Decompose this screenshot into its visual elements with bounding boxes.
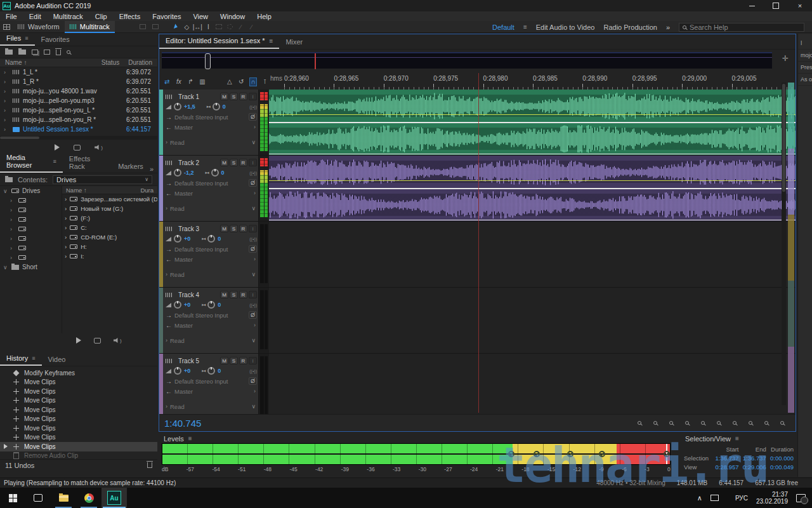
drive-row[interactable]: › CD-ROM (E:)	[62, 232, 157, 242]
volume-knob[interactable]	[174, 367, 181, 375]
drive-row[interactable]: › I:	[62, 251, 157, 261]
side-panel-item[interactable]: Pres	[798, 62, 812, 74]
notification-center-icon[interactable]	[796, 494, 806, 502]
automation-mode[interactable]: Read	[170, 403, 185, 410]
rewind-button[interactable]	[416, 418, 427, 428]
track-name[interactable]: Track 4	[178, 291, 199, 298]
track-clip-lane[interactable]	[269, 90, 796, 155]
minimize-button[interactable]	[740, 0, 764, 11]
workspace-overflow[interactable]: »	[666, 23, 670, 31]
collapsed-side-panel[interactable]: ǀ mojoPresAs op	[797, 34, 812, 477]
track-header[interactable]: Track 5 M S R I +0 ▸◂	[163, 354, 258, 415]
panel-menu-icon[interactable]: ≡	[270, 37, 273, 44]
side-panel-item[interactable]: As op	[798, 74, 812, 86]
monitor-input-button[interactable]: I	[249, 159, 257, 166]
pause-button[interactable]	[383, 418, 394, 428]
loop-preview-icon[interactable]	[94, 338, 101, 344]
expand-chevron-icon[interactable]: ›	[4, 79, 13, 85]
pan-value[interactable]: 0	[218, 302, 221, 308]
automation-mode[interactable]: Read	[170, 271, 185, 278]
history-item[interactable]: Move Clips	[0, 396, 157, 406]
phase-button[interactable]: Ø	[249, 113, 257, 121]
volume-knob[interactable]	[174, 301, 181, 309]
expand-chevron-icon[interactable]: ›	[166, 337, 167, 344]
history-item[interactable]: Move Clips	[0, 387, 157, 396]
menu-item[interactable]: Effects	[119, 13, 140, 20]
track-output[interactable]: Master	[174, 388, 193, 395]
monitor-input-button[interactable]: I	[249, 357, 257, 364]
lasso-selection-tool-icon[interactable]	[225, 22, 235, 32]
close-button[interactable]: ×	[788, 0, 812, 11]
zoom-history[interactable]	[762, 418, 771, 427]
start-button[interactable]	[0, 488, 25, 508]
tree-drive-item[interactable]: ›	[0, 205, 62, 215]
tree-drive-item[interactable]: ›	[0, 234, 62, 243]
import-media-icon[interactable]	[5, 177, 13, 182]
track-output[interactable]: Master	[174, 256, 193, 263]
close-file-icon[interactable]	[56, 50, 61, 55]
zoom-out-time[interactable]	[651, 418, 660, 427]
open-file-icon[interactable]	[5, 50, 13, 55]
mute-button[interactable]: M	[220, 291, 228, 298]
expand-chevron-icon[interactable]: ›	[4, 69, 13, 76]
mute-button[interactable]: M	[220, 357, 228, 364]
history-item[interactable]: Move Clips	[0, 424, 157, 433]
monitor-input-button[interactable]: I	[249, 225, 257, 232]
tree-root-drives[interactable]: ∨ Drives	[0, 186, 62, 196]
duration-value[interactable]: 0:00.000	[766, 455, 794, 462]
pan-value[interactable]: 0	[218, 236, 221, 242]
play-button[interactable]	[366, 418, 377, 428]
loop-playback-button[interactable]	[481, 418, 493, 428]
tree-drive-item[interactable]: ›	[0, 224, 62, 234]
import-file-icon[interactable]	[18, 50, 26, 55]
waveform-view-button[interactable]: Waveform	[13, 21, 65, 33]
track-name[interactable]: Track 1	[178, 93, 199, 100]
search-help-input[interactable]: Search Help	[679, 23, 804, 32]
workspace-menu-icon[interactable]: ≡	[523, 23, 527, 30]
panel-menu-icon[interactable]: ≡	[25, 35, 28, 41]
marquee-selection-tool-icon[interactable]	[214, 22, 225, 32]
phase-button[interactable]: Ø	[249, 311, 257, 319]
metronome-icon[interactable]: △	[226, 77, 234, 86]
menu-item[interactable]: File	[6, 13, 17, 20]
volume-value[interactable]: -1,2	[184, 170, 194, 176]
track-clip-lane[interactable]	[269, 156, 796, 221]
tab-history[interactable]: History≡	[0, 352, 42, 366]
workspace-edit-audio-to-video[interactable]: Edit Audio to Video	[536, 23, 595, 31]
zoom-navigator[interactable]	[162, 52, 772, 69]
track-header[interactable]: Track 1 M S R I +1,5 ▸	[163, 90, 258, 155]
maximize-button[interactable]	[764, 0, 788, 11]
tabs-overflow[interactable]: »	[150, 165, 157, 173]
zoom-to-selection[interactable]	[746, 418, 755, 427]
expand-chevron-icon[interactable]: ›	[166, 403, 167, 410]
solo-button[interactable]: S	[230, 291, 238, 298]
1_R *[interactable]: › 1_R * 6:39.072	[0, 77, 157, 86]
navigator-handle[interactable]	[205, 53, 211, 69]
history-item[interactable]: Remove Audio Clip	[0, 451, 157, 460]
monitor-input-button[interactable]: I	[249, 93, 257, 100]
zoom-in-selection[interactable]	[667, 418, 676, 427]
zoom-out-selection[interactable]	[683, 418, 691, 427]
track-input[interactable]: Default Stereo Input	[174, 246, 228, 253]
skip-to-start-button[interactable]	[399, 418, 410, 428]
expand-chevron-icon[interactable]: ›	[4, 117, 13, 123]
pitch-display-icon[interactable]	[150, 22, 160, 31]
skip-selection-icon[interactable]: ↺	[237, 77, 246, 86]
volume-value[interactable]: +0	[184, 236, 190, 242]
snapping-icon[interactable]: ⇄	[163, 77, 171, 86]
menu-item[interactable]: Favorites	[152, 13, 181, 20]
automation-mode[interactable]: Read	[170, 205, 185, 212]
tree-drive-item[interactable]: ›	[0, 215, 62, 224]
workspace-radio-production[interactable]: Radio Production	[603, 23, 657, 31]
playhead-line[interactable]	[478, 73, 479, 413]
zoom-in-amplitude[interactable]	[778, 418, 787, 427]
zoom-selection-left[interactable]	[714, 418, 723, 427]
time-selection-tool-icon[interactable]: I	[203, 22, 214, 32]
file-explorer-button[interactable]	[51, 488, 76, 508]
volume-knob[interactable]	[174, 103, 181, 110]
pan-knob[interactable]	[207, 301, 215, 309]
mojo-ju...spell-on-you_L *[interactable]: › mojo-ju...spell-on-you_L * 6:20.551	[0, 105, 157, 115]
skip-to-end-button[interactable]	[449, 418, 460, 428]
workspace-default[interactable]: Default	[492, 23, 514, 31]
language-indicator[interactable]: РУС	[735, 495, 748, 502]
